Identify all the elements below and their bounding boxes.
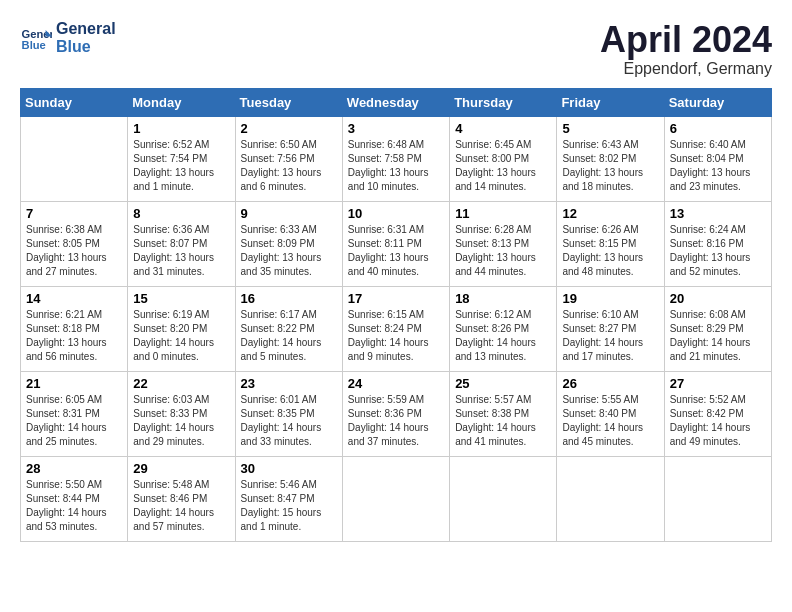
calendar-cell: 8Sunrise: 6:36 AMSunset: 8:07 PMDaylight… (128, 201, 235, 286)
calendar-cell: 14Sunrise: 6:21 AMSunset: 8:18 PMDayligh… (21, 286, 128, 371)
day-number: 12 (562, 206, 658, 221)
day-info: Sunrise: 6:28 AMSunset: 8:13 PMDaylight:… (455, 223, 551, 279)
svg-text:Blue: Blue (22, 39, 46, 51)
title-block: April 2024 Eppendorf, Germany (600, 20, 772, 78)
page-header: General Blue General Blue April 2024 Epp… (20, 20, 772, 78)
calendar-cell: 10Sunrise: 6:31 AMSunset: 8:11 PMDayligh… (342, 201, 449, 286)
day-number: 17 (348, 291, 444, 306)
calendar-cell: 24Sunrise: 5:59 AMSunset: 8:36 PMDayligh… (342, 371, 449, 456)
calendar-week-4: 21Sunrise: 6:05 AMSunset: 8:31 PMDayligh… (21, 371, 772, 456)
day-number: 26 (562, 376, 658, 391)
day-info: Sunrise: 6:33 AMSunset: 8:09 PMDaylight:… (241, 223, 337, 279)
day-number: 4 (455, 121, 551, 136)
day-info: Sunrise: 6:48 AMSunset: 7:58 PMDaylight:… (348, 138, 444, 194)
day-number: 8 (133, 206, 229, 221)
weekday-header-monday: Monday (128, 88, 235, 116)
calendar-cell: 21Sunrise: 6:05 AMSunset: 8:31 PMDayligh… (21, 371, 128, 456)
logo: General Blue General Blue (20, 20, 116, 55)
day-number: 15 (133, 291, 229, 306)
calendar-cell: 20Sunrise: 6:08 AMSunset: 8:29 PMDayligh… (664, 286, 771, 371)
day-info: Sunrise: 6:50 AMSunset: 7:56 PMDaylight:… (241, 138, 337, 194)
day-info: Sunrise: 6:45 AMSunset: 8:00 PMDaylight:… (455, 138, 551, 194)
weekday-header-wednesday: Wednesday (342, 88, 449, 116)
calendar-cell (342, 456, 449, 541)
day-number: 16 (241, 291, 337, 306)
weekday-header-friday: Friday (557, 88, 664, 116)
calendar-cell: 4Sunrise: 6:45 AMSunset: 8:00 PMDaylight… (450, 116, 557, 201)
calendar-week-2: 7Sunrise: 6:38 AMSunset: 8:05 PMDaylight… (21, 201, 772, 286)
calendar-cell: 15Sunrise: 6:19 AMSunset: 8:20 PMDayligh… (128, 286, 235, 371)
day-number: 1 (133, 121, 229, 136)
day-info: Sunrise: 6:19 AMSunset: 8:20 PMDaylight:… (133, 308, 229, 364)
day-info: Sunrise: 6:36 AMSunset: 8:07 PMDaylight:… (133, 223, 229, 279)
calendar-cell: 17Sunrise: 6:15 AMSunset: 8:24 PMDayligh… (342, 286, 449, 371)
calendar-cell: 11Sunrise: 6:28 AMSunset: 8:13 PMDayligh… (450, 201, 557, 286)
day-info: Sunrise: 6:15 AMSunset: 8:24 PMDaylight:… (348, 308, 444, 364)
location-subtitle: Eppendorf, Germany (600, 60, 772, 78)
calendar-cell: 6Sunrise: 6:40 AMSunset: 8:04 PMDaylight… (664, 116, 771, 201)
day-number: 24 (348, 376, 444, 391)
logo-line2: Blue (56, 38, 116, 56)
day-number: 10 (348, 206, 444, 221)
day-info: Sunrise: 6:17 AMSunset: 8:22 PMDaylight:… (241, 308, 337, 364)
day-info: Sunrise: 6:08 AMSunset: 8:29 PMDaylight:… (670, 308, 766, 364)
day-number: 30 (241, 461, 337, 476)
calendar-cell: 22Sunrise: 6:03 AMSunset: 8:33 PMDayligh… (128, 371, 235, 456)
day-number: 25 (455, 376, 551, 391)
day-number: 27 (670, 376, 766, 391)
calendar-cell: 23Sunrise: 6:01 AMSunset: 8:35 PMDayligh… (235, 371, 342, 456)
calendar-cell: 12Sunrise: 6:26 AMSunset: 8:15 PMDayligh… (557, 201, 664, 286)
calendar-cell: 18Sunrise: 6:12 AMSunset: 8:26 PMDayligh… (450, 286, 557, 371)
calendar-cell: 28Sunrise: 5:50 AMSunset: 8:44 PMDayligh… (21, 456, 128, 541)
calendar-cell: 16Sunrise: 6:17 AMSunset: 8:22 PMDayligh… (235, 286, 342, 371)
calendar-cell (664, 456, 771, 541)
calendar-cell: 1Sunrise: 6:52 AMSunset: 7:54 PMDaylight… (128, 116, 235, 201)
day-info: Sunrise: 6:52 AMSunset: 7:54 PMDaylight:… (133, 138, 229, 194)
day-number: 22 (133, 376, 229, 391)
day-number: 11 (455, 206, 551, 221)
weekday-header-thursday: Thursday (450, 88, 557, 116)
day-info: Sunrise: 6:38 AMSunset: 8:05 PMDaylight:… (26, 223, 122, 279)
day-number: 21 (26, 376, 122, 391)
day-info: Sunrise: 5:59 AMSunset: 8:36 PMDaylight:… (348, 393, 444, 449)
calendar-table: SundayMondayTuesdayWednesdayThursdayFrid… (20, 88, 772, 542)
calendar-cell: 26Sunrise: 5:55 AMSunset: 8:40 PMDayligh… (557, 371, 664, 456)
day-number: 29 (133, 461, 229, 476)
logo-icon: General Blue (20, 22, 52, 54)
day-number: 5 (562, 121, 658, 136)
day-info: Sunrise: 6:43 AMSunset: 8:02 PMDaylight:… (562, 138, 658, 194)
day-info: Sunrise: 6:12 AMSunset: 8:26 PMDaylight:… (455, 308, 551, 364)
day-number: 28 (26, 461, 122, 476)
calendar-cell (21, 116, 128, 201)
weekday-header-tuesday: Tuesday (235, 88, 342, 116)
day-number: 9 (241, 206, 337, 221)
day-number: 3 (348, 121, 444, 136)
weekday-header-sunday: Sunday (21, 88, 128, 116)
day-number: 18 (455, 291, 551, 306)
calendar-cell: 5Sunrise: 6:43 AMSunset: 8:02 PMDaylight… (557, 116, 664, 201)
day-info: Sunrise: 6:10 AMSunset: 8:27 PMDaylight:… (562, 308, 658, 364)
day-number: 20 (670, 291, 766, 306)
day-info: Sunrise: 6:03 AMSunset: 8:33 PMDaylight:… (133, 393, 229, 449)
month-title: April 2024 (600, 20, 772, 60)
day-info: Sunrise: 5:50 AMSunset: 8:44 PMDaylight:… (26, 478, 122, 534)
calendar-cell: 30Sunrise: 5:46 AMSunset: 8:47 PMDayligh… (235, 456, 342, 541)
day-info: Sunrise: 6:21 AMSunset: 8:18 PMDaylight:… (26, 308, 122, 364)
calendar-cell (557, 456, 664, 541)
calendar-cell: 25Sunrise: 5:57 AMSunset: 8:38 PMDayligh… (450, 371, 557, 456)
day-info: Sunrise: 6:31 AMSunset: 8:11 PMDaylight:… (348, 223, 444, 279)
day-number: 13 (670, 206, 766, 221)
calendar-cell (450, 456, 557, 541)
calendar-week-1: 1Sunrise: 6:52 AMSunset: 7:54 PMDaylight… (21, 116, 772, 201)
calendar-cell: 29Sunrise: 5:48 AMSunset: 8:46 PMDayligh… (128, 456, 235, 541)
day-number: 23 (241, 376, 337, 391)
calendar-cell: 2Sunrise: 6:50 AMSunset: 7:56 PMDaylight… (235, 116, 342, 201)
day-info: Sunrise: 6:05 AMSunset: 8:31 PMDaylight:… (26, 393, 122, 449)
day-number: 7 (26, 206, 122, 221)
calendar-week-5: 28Sunrise: 5:50 AMSunset: 8:44 PMDayligh… (21, 456, 772, 541)
calendar-cell: 13Sunrise: 6:24 AMSunset: 8:16 PMDayligh… (664, 201, 771, 286)
logo-line1: General (56, 20, 116, 38)
day-info: Sunrise: 5:57 AMSunset: 8:38 PMDaylight:… (455, 393, 551, 449)
weekday-header-saturday: Saturday (664, 88, 771, 116)
day-number: 19 (562, 291, 658, 306)
